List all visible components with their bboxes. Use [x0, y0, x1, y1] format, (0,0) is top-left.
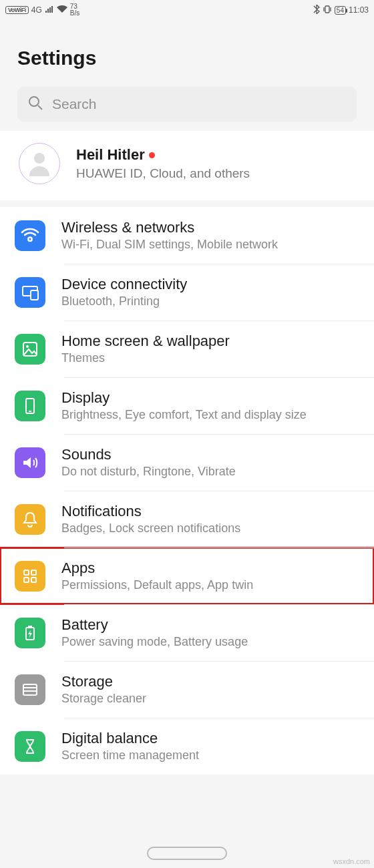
svg-rect-11: [31, 570, 36, 575]
hourglass-icon: [15, 731, 45, 762]
settings-item-sounds[interactable]: SoundsDo not disturb, Ringtone, Vibrate: [0, 434, 374, 491]
devices-icon: [15, 277, 45, 308]
svg-point-3: [34, 153, 45, 164]
grid-icon: [15, 561, 45, 592]
item-subtitle: Bluetooth, Printing: [61, 294, 361, 308]
settings-list: Wireless & networksWi-Fi, Dual SIM setti…: [0, 207, 374, 775]
settings-item-battery[interactable]: BatteryPower saving mode, Battery usage: [0, 604, 374, 661]
notification-dot-icon: [149, 152, 155, 158]
status-bar: VoWiFi 4G 73 B/s 54 11:03: [0, 0, 374, 20]
svg-rect-15: [28, 626, 32, 628]
item-subtitle: Permissions, Default apps, App twin: [61, 578, 361, 592]
person-icon: [24, 147, 55, 180]
svg-rect-0: [325, 6, 329, 13]
svg-rect-16: [23, 684, 37, 695]
settings-item-home-screen-wallpaper[interactable]: Home screen & wallpaperThemes: [0, 320, 374, 377]
watermark: wsxdn.com: [333, 857, 370, 865]
item-subtitle: Power saving mode, Battery usage: [61, 635, 361, 649]
svg-rect-5: [31, 290, 38, 300]
item-title: Sounds: [61, 446, 361, 463]
svg-point-7: [26, 345, 29, 348]
svg-line-2: [38, 105, 42, 110]
item-title: Home screen & wallpaper: [61, 333, 361, 350]
item-title: Storage: [61, 673, 361, 690]
page-title: Settings: [0, 20, 374, 83]
item-title: Notifications: [61, 503, 361, 520]
account-row[interactable]: Heil Hitler HUAWEI ID, Cloud, and others: [0, 131, 374, 200]
settings-item-digital-balance[interactable]: Digital balanceScreen time management: [0, 718, 374, 775]
settings-item-storage[interactable]: StorageStorage cleaner: [0, 661, 374, 718]
storage-icon: [15, 674, 45, 705]
settings-item-device-connectivity[interactable]: Device connectivityBluetooth, Printing: [0, 264, 374, 320]
item-subtitle: Screen time management: [61, 748, 361, 763]
svg-rect-13: [31, 578, 36, 582]
settings-item-apps[interactable]: AppsPermissions, Default apps, App twin: [0, 548, 374, 604]
search-icon: [28, 95, 43, 114]
bell-icon: [15, 504, 45, 535]
vibrate-icon: [323, 5, 332, 16]
account-subtitle: HUAWEI ID, Cloud, and others: [76, 166, 361, 181]
item-title: Digital balance: [61, 730, 361, 747]
avatar: [19, 143, 60, 184]
home-indicator[interactable]: [147, 847, 227, 860]
wifi-status-icon: [57, 5, 67, 15]
item-subtitle: Storage cleaner: [61, 692, 361, 706]
clock: 11:03: [349, 5, 369, 15]
image-icon: [15, 334, 45, 365]
network-type: 4G: [31, 5, 42, 15]
battery-icon: [15, 618, 45, 648]
battery-level: 54: [335, 6, 346, 15]
speaker-icon: [15, 447, 45, 478]
account-name: Heil Hitler: [76, 146, 145, 164]
settings-item-display[interactable]: DisplayBrightness, Eye comfort, Text and…: [0, 377, 374, 434]
search-bar[interactable]: Search: [17, 87, 357, 122]
settings-item-notifications[interactable]: NotificationsBadges, Lock screen notific…: [0, 491, 374, 548]
vowifi-badge: VoWiFi: [5, 6, 29, 14]
item-title: Device connectivity: [61, 276, 361, 293]
svg-rect-10: [24, 570, 29, 575]
search-placeholder: Search: [52, 96, 97, 112]
svg-point-1: [29, 97, 39, 106]
item-subtitle: Do not disturb, Ringtone, Vibrate: [61, 465, 361, 479]
item-title: Apps: [61, 560, 361, 577]
item-subtitle: Themes: [61, 351, 361, 365]
wifi-icon: [15, 220, 45, 251]
item-subtitle: Brightness, Eye comfort, Text and displa…: [61, 408, 361, 422]
phone-icon: [15, 391, 45, 421]
item-subtitle: Wi-Fi, Dual SIM settings, Mobile network: [61, 238, 361, 252]
settings-item-wireless-networks[interactable]: Wireless & networksWi-Fi, Dual SIM setti…: [0, 207, 374, 264]
speed-unit: B/s: [70, 10, 79, 17]
bluetooth-icon: [313, 5, 320, 16]
item-title: Battery: [61, 616, 361, 634]
item-subtitle: Badges, Lock screen notifications: [61, 521, 361, 535]
signal-icon: [45, 5, 54, 15]
item-title: Wireless & networks: [61, 219, 361, 236]
item-title: Display: [61, 389, 361, 407]
svg-rect-12: [24, 578, 29, 582]
